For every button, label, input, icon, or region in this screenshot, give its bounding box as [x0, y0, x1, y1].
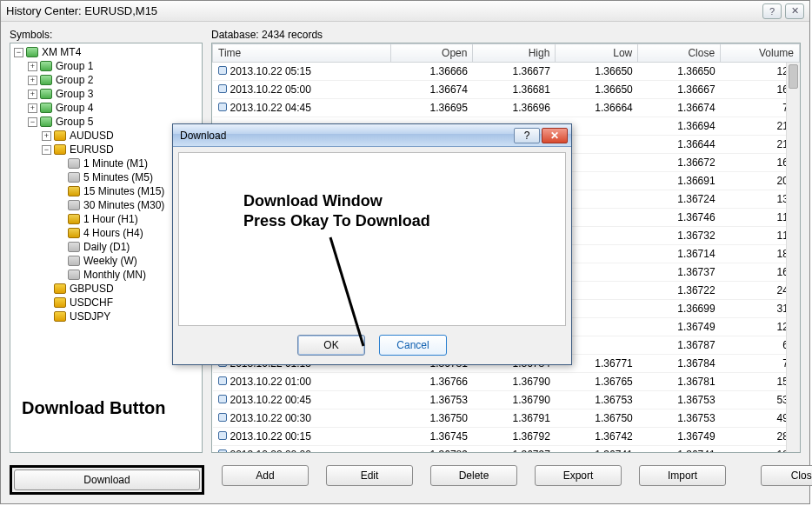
- tree-item-label: 15 Minutes (M15): [83, 185, 164, 197]
- column-header[interactable]: Time: [213, 44, 391, 63]
- download-button-highlight: Download: [10, 465, 204, 495]
- table-cell: 1.36745: [390, 428, 473, 446]
- tree-item-label: 1 Hour (H1): [83, 213, 138, 225]
- tree-item-label: USDJPY: [70, 310, 110, 323]
- close-window-button[interactable]: ✕: [785, 3, 804, 19]
- close-button[interactable]: Close: [761, 465, 812, 486]
- column-header[interactable]: Open: [390, 44, 473, 63]
- symbols-label: Symbols:: [10, 29, 203, 41]
- db-icon: [54, 130, 66, 141]
- db-icon: [54, 283, 66, 294]
- scrollbar[interactable]: [786, 63, 800, 452]
- record-icon: [218, 376, 227, 385]
- db-g-icon: [40, 61, 52, 71]
- delete-button[interactable]: Delete: [430, 465, 517, 486]
- tree-item[interactable]: +Group 2: [28, 73, 202, 87]
- collapse-icon[interactable]: −: [14, 48, 23, 57]
- help-button[interactable]: ?: [762, 3, 782, 19]
- table-cell: 1.36789: [390, 446, 473, 454]
- table-cell: 1.36667: [638, 81, 721, 99]
- table-cell: 1.36741: [556, 446, 638, 454]
- download-button[interactable]: Download: [14, 469, 200, 490]
- tree-item-label: 1 Minute (M1): [83, 157, 148, 170]
- tree-item[interactable]: +Group 4: [28, 101, 202, 115]
- record-icon: [218, 103, 227, 111]
- tree-item-label: Daily (D1): [83, 241, 130, 253]
- table-cell: 1.36742: [556, 428, 638, 446]
- cancel-button[interactable]: Cancel: [379, 335, 447, 356]
- annotation-arrow: [322, 233, 374, 355]
- tree-item[interactable]: −XM MT4: [14, 45, 202, 59]
- table-cell: 1.36750: [390, 409, 473, 428]
- table-cell: 1.36765: [556, 373, 638, 391]
- export-button[interactable]: Export: [535, 465, 622, 486]
- expand-icon[interactable]: +: [42, 131, 51, 141]
- table-row[interactable]: 2013.10.22 01:001.367661.367901.367651.3…: [213, 373, 800, 391]
- footer-toolbar: Download Add Edit Delete Export Import C…: [1, 458, 809, 503]
- table-cell: 1.36792: [473, 428, 556, 446]
- table-row[interactable]: 2013.10.22 00:451.367531.367901.367531.3…: [213, 391, 800, 409]
- table-row[interactable]: 2013.10.22 05:151.366661.366771.366501.3…: [213, 63, 800, 81]
- tree-item-label: EURUSD: [70, 143, 114, 156]
- table-row[interactable]: 2013.10.22 05:001.366741.366811.366501.3…: [213, 81, 800, 99]
- table-cell: 1.36732: [638, 227, 721, 245]
- window-title: History Center: EURUSD,M15: [6, 4, 759, 17]
- tree-item[interactable]: +Group 1: [28, 59, 202, 73]
- table-cell: 1.36749: [638, 318, 721, 336]
- scrollbar-thumb[interactable]: [789, 64, 798, 89]
- edit-button[interactable]: Edit: [326, 465, 413, 486]
- collapse-icon[interactable]: −: [42, 145, 51, 155]
- table-cell: 1.36746: [638, 209, 721, 227]
- import-button[interactable]: Import: [639, 465, 726, 486]
- table-cell: 2013.10.22 05:00: [213, 81, 391, 99]
- grey-icon: [68, 256, 80, 266]
- table-cell: 1.36753: [638, 409, 721, 428]
- column-header[interactable]: High: [473, 44, 556, 63]
- gold-icon: [68, 186, 80, 196]
- tree-item-label: 5 Minutes (M5): [83, 171, 153, 183]
- db-icon: [54, 311, 66, 322]
- table-cell: 1.36674: [390, 81, 473, 99]
- dialog-close-button[interactable]: ✕: [542, 128, 568, 143]
- table-row[interactable]: 2013.10.22 00:301.367501.367911.367501.3…: [213, 409, 800, 428]
- table-row[interactable]: 2013.10.22 00:001.367891.367971.367411.3…: [213, 446, 800, 454]
- db-icon: [54, 144, 66, 155]
- titlebar: History Center: EURUSD,M15 ? ✕: [1, 1, 809, 22]
- expand-icon[interactable]: +: [28, 103, 37, 113]
- expand-icon[interactable]: +: [28, 76, 37, 85]
- table-cell: 1.36784: [638, 355, 721, 373]
- table-cell: 1.36699: [638, 300, 721, 318]
- table-cell: 1.36790: [473, 373, 556, 391]
- column-header[interactable]: Volume: [721, 44, 800, 63]
- add-button[interactable]: Add: [222, 465, 309, 486]
- tree-item-label: AUDUSD: [70, 130, 114, 142]
- table-row[interactable]: 2013.10.22 00:151.367451.367921.367421.3…: [213, 428, 800, 446]
- column-header[interactable]: Close: [638, 44, 721, 63]
- record-icon: [218, 431, 227, 440]
- tree-item-label: Group 1: [56, 60, 93, 72]
- table-cell: 2013.10.22 00:00: [213, 446, 391, 454]
- annotation-modal-text: Download Window Press Okay To Download: [243, 191, 430, 232]
- table-cell: 1.36722: [638, 282, 721, 300]
- table-cell: 1.36753: [390, 391, 473, 409]
- expand-icon[interactable]: +: [28, 62, 37, 71]
- table-cell: 2013.10.22 00:30: [213, 409, 391, 428]
- tree-item[interactable]: +Group 3: [28, 87, 202, 101]
- table-cell: 1.36666: [390, 63, 473, 81]
- tree-item-label: Group 5: [56, 116, 93, 128]
- db-icon: [54, 297, 66, 308]
- tree-item-label: Weekly (W): [83, 255, 137, 267]
- table-row[interactable]: 2013.10.22 04:451.366951.366961.366641.3…: [213, 99, 800, 117]
- column-header[interactable]: Low: [556, 44, 638, 63]
- record-icon: [218, 413, 227, 422]
- tree-item-label: Group 2: [56, 74, 93, 86]
- db-g-icon: [40, 103, 52, 113]
- collapse-icon[interactable]: −: [28, 117, 37, 127]
- table-cell: 2013.10.22 00:45: [213, 391, 391, 409]
- table-cell: 1.36791: [473, 409, 556, 428]
- table-cell: 1.36781: [638, 373, 721, 391]
- dialog-help-button[interactable]: ?: [514, 128, 540, 143]
- table-cell: 1.36753: [638, 391, 721, 409]
- expand-icon[interactable]: +: [28, 90, 37, 99]
- table-cell: 1.36790: [473, 391, 556, 409]
